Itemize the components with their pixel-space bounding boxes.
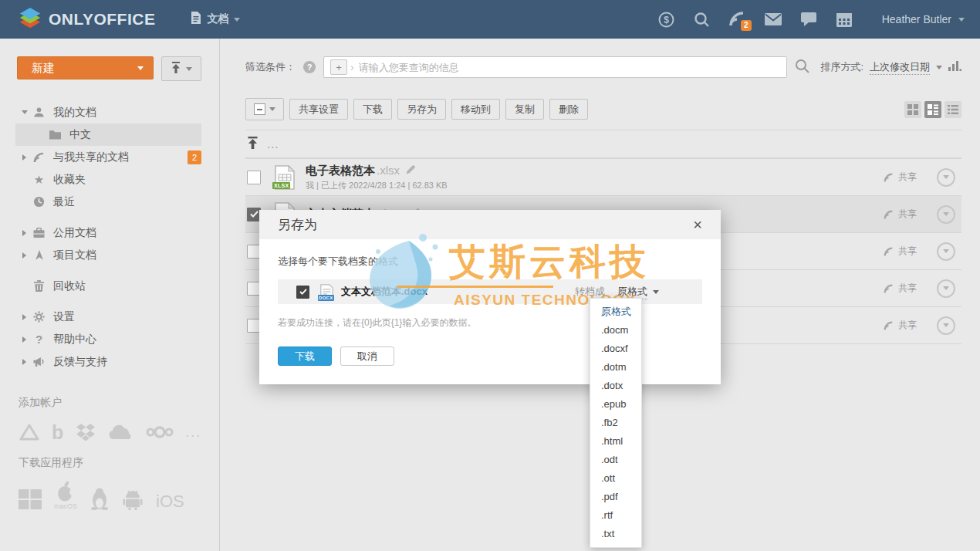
topbar: ONLYOFFICE 文档 $: [0, 0, 980, 39]
file-row-xlsx[interactable]: XLSX 电子表格范本 .xlsx 我 | 已上传 2022/4/28 1:24…: [245, 158, 961, 195]
format-option-odt[interactable]: .odt: [590, 451, 641, 469]
nav-documents[interactable]: 文档: [191, 12, 240, 27]
linux-icon[interactable]: [90, 487, 110, 510]
format-option-dotm[interactable]: .dotm: [590, 358, 641, 377]
dropbox-icon[interactable]: [75, 422, 96, 442]
format-option-pdf[interactable]: .pdf: [590, 488, 641, 506]
format-option-fb2[interactable]: .fb2: [590, 414, 641, 432]
format-option-txt[interactable]: .txt: [590, 525, 641, 543]
user-menu[interactable]: Heather Butler: [882, 13, 965, 25]
row-actions-button[interactable]: [937, 316, 955, 335]
new-button[interactable]: 新建: [17, 56, 154, 79]
sidebar-item-help[interactable]: ? 帮助中心: [15, 328, 201, 350]
upload-button[interactable]: [161, 56, 201, 81]
share-settings-button[interactable]: 共享设置: [289, 99, 348, 120]
dialog-file-name: 文本文档范本.docx: [341, 285, 427, 299]
folder-icon: [48, 130, 63, 140]
select-all-dropdown[interactable]: [245, 98, 284, 120]
tree-expanded-icon[interactable]: [22, 110, 28, 114]
sort-order-icon[interactable]: [948, 60, 961, 74]
row-actions-button[interactable]: [937, 168, 955, 187]
add-filter-button[interactable]: +: [330, 59, 347, 75]
box-icon[interactable]: b: [52, 424, 63, 441]
format-option-docm[interactable]: .docm: [590, 321, 641, 340]
format-option-html[interactable]: .html: [590, 432, 641, 451]
more-accounts[interactable]: ...: [185, 424, 201, 441]
share-link[interactable]: 共享: [884, 282, 917, 295]
format-option-original[interactable]: 原格式: [590, 303, 641, 321]
onlyoffice-logo[interactable]: ONLYOFFICE: [19, 6, 155, 32]
search-icon[interactable]: [694, 11, 711, 28]
share-link[interactable]: 共享: [884, 319, 917, 332]
close-icon[interactable]: ×: [693, 217, 702, 232]
sidebar-item-my-documents[interactable]: 我的文档: [15, 101, 201, 123]
row-actions-button[interactable]: [937, 205, 955, 224]
download-button[interactable]: 下载: [353, 99, 392, 120]
share-label: 共享: [898, 171, 917, 184]
save-as-button[interactable]: 另存为: [397, 99, 446, 120]
cancel-button[interactable]: 取消: [340, 346, 394, 366]
tree-collapsed-icon[interactable]: [22, 359, 26, 365]
mail-icon[interactable]: [765, 11, 782, 28]
tree-collapsed-icon[interactable]: [22, 314, 26, 320]
format-dropdown-trigger[interactable]: 原格式: [617, 285, 659, 299]
macos-label: macOS: [54, 503, 77, 510]
share-link[interactable]: 共享: [884, 208, 917, 221]
row-checkbox[interactable]: [247, 171, 261, 184]
format-option-docxf[interactable]: .docxf: [590, 340, 641, 358]
indeterminate-checkbox[interactable]: [254, 103, 265, 115]
move-to-button[interactable]: 移动到: [451, 99, 500, 120]
tree-collapsed-icon[interactable]: [22, 154, 26, 161]
sidebar-item-settings[interactable]: 设置: [15, 306, 201, 328]
format-option-epub[interactable]: .epub: [590, 395, 641, 414]
sidebar-item-label: 项目文档: [53, 248, 96, 262]
sort-value-dropdown[interactable]: 上次修改日期: [870, 60, 930, 75]
copy-button[interactable]: 复制: [505, 99, 544, 120]
topbar-icons: $ 2: [658, 11, 853, 28]
windows-icon[interactable]: [19, 488, 42, 510]
sidebar-item-folder-zh[interactable]: 中文: [15, 123, 201, 146]
sidebar-item-common[interactable]: 公用文档: [15, 221, 201, 244]
list-view-icon[interactable]: [945, 101, 961, 118]
tree-collapsed-icon[interactable]: [22, 230, 26, 236]
row-actions-button[interactable]: [937, 242, 955, 261]
format-option-dotx[interactable]: .dotx: [590, 377, 641, 395]
format-option-rtf[interactable]: .rtf: [590, 506, 641, 525]
google-drive-icon[interactable]: [19, 423, 40, 441]
sidebar-item-shared[interactable]: 与我共享的文档 2: [15, 146, 201, 168]
format-option-ott[interactable]: .ott: [590, 469, 641, 488]
search-icon[interactable]: [795, 59, 809, 76]
help-icon[interactable]: ?: [303, 61, 316, 73]
tree-collapsed-icon[interactable]: [22, 252, 26, 259]
tree-collapsed-icon[interactable]: [22, 336, 26, 343]
download-confirm-button[interactable]: 下载: [278, 346, 332, 366]
sidebar-item-favorites[interactable]: ★ 收藏夹: [15, 168, 201, 191]
feed-icon[interactable]: 2: [729, 11, 746, 28]
ios-link[interactable]: iOS: [156, 493, 184, 510]
row-actions-button[interactable]: [937, 279, 955, 298]
tile-view-icon[interactable]: [924, 101, 941, 118]
go-up-row[interactable]: ...: [245, 130, 961, 157]
nextcloud-icon[interactable]: [146, 425, 174, 439]
onedrive-icon[interactable]: [108, 424, 134, 441]
delete-button[interactable]: 删除: [549, 99, 588, 120]
sidebar-item-feedback[interactable]: 反馈与支持: [15, 350, 201, 373]
format-value: 原格式: [617, 285, 647, 299]
filter-search-input[interactable]: [357, 61, 781, 74]
sidebar-item-recent[interactable]: 最近: [15, 191, 201, 213]
app-links: macOS: [19, 481, 219, 510]
share-link[interactable]: 共享: [884, 245, 917, 258]
calendar-icon[interactable]: [836, 11, 853, 28]
macos-icon[interactable]: macOS: [54, 481, 77, 510]
grid-view-icon[interactable]: [904, 101, 921, 118]
dialog-file-checkbox[interactable]: [296, 286, 309, 299]
sidebar-item-projects[interactable]: 项目文档: [15, 244, 201, 266]
share-link[interactable]: 共享: [884, 171, 917, 184]
file-name[interactable]: 电子表格范本: [306, 164, 375, 178]
rename-pencil-icon[interactable]: [406, 164, 416, 174]
payments-icon[interactable]: $: [658, 11, 675, 28]
chat-icon[interactable]: [800, 11, 817, 28]
android-icon[interactable]: [122, 488, 144, 510]
share-icon: [32, 152, 46, 163]
sidebar-item-trash[interactable]: 回收站: [15, 275, 201, 297]
